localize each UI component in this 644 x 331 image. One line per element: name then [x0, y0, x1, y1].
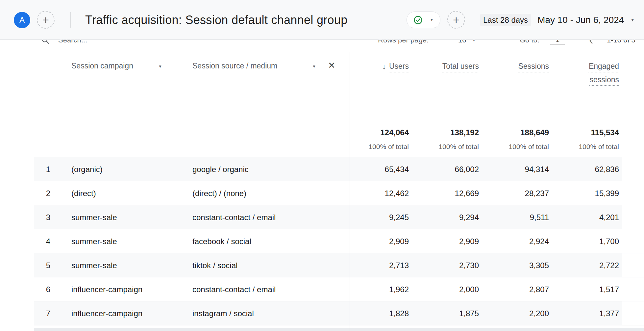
row-index: 6 [34, 277, 50, 301]
table-head-divider [34, 52, 644, 52]
cell-session-campaign: (direct) [71, 181, 96, 205]
column-header-session-source-medium[interactable]: Session source / medium [192, 62, 277, 71]
table-row: 4 summer-sale facebook / social 2,909 2,… [34, 229, 644, 253]
metric-total: 115,534100% of total [547, 128, 619, 151]
table-row: 5 summer-sale tiktok / social 2,713 2,73… [34, 253, 644, 277]
cell-total-users: 12,669 [407, 181, 479, 205]
add-segment-button[interactable]: + [447, 11, 465, 29]
avatar[interactable]: A [14, 12, 30, 28]
metric-header-label: Engaged sessions [577, 60, 619, 87]
cell-engaged-sessions: 62,836 [547, 157, 619, 181]
cell-session-campaign: (organic) [71, 157, 103, 181]
app-header: A + Traffic acquisition: Session default… [0, 0, 644, 40]
report-table-card: Search... Rows per page: 10 ▼ Go to: ‹ 1… [34, 40, 644, 331]
cell-total-users: 2,000 [407, 277, 479, 301]
cell-session-source-medium: constant-contact / email [192, 205, 276, 229]
cell-session-campaign: summer-sale [71, 253, 117, 277]
row-index: 2 [34, 181, 50, 205]
date-range-preset: Last 28 days [480, 14, 531, 26]
cell-sessions: 2,200 [477, 301, 549, 325]
cell-users: 2,713 [336, 253, 409, 277]
metric-header-label: Total users [442, 60, 479, 73]
row-index: 3 [34, 205, 50, 229]
chevron-down-icon[interactable]: ▼ [158, 64, 162, 69]
rows-per-page-label: Rows per page: [378, 40, 429, 44]
metric-total-percent: 100% of total [336, 143, 409, 151]
metric-header-label: Users [389, 60, 409, 73]
add-comparison-button[interactable]: + [37, 11, 55, 29]
cell-engaged-sessions: 15,399 [547, 181, 619, 205]
metric-total: 188,649100% of total [477, 128, 549, 151]
cell-users: 65,434 [336, 157, 409, 181]
check-circle-icon [413, 15, 423, 25]
table-body: 1 (organic) google / organic 65,434 66,0… [34, 157, 644, 325]
metric-total-percent: 100% of total [407, 143, 479, 151]
metric-total-percent: 100% of total [477, 143, 549, 151]
chevron-down-icon[interactable]: ▼ [312, 64, 316, 69]
cell-engaged-sessions: 1,377 [547, 301, 619, 325]
date-range-value: May 10 - Jun 6, 2024 [537, 15, 624, 25]
go-to-page-input[interactable] [550, 40, 565, 45]
search-icon [41, 40, 50, 44]
metric-header-total-users[interactable]: Total users [407, 60, 479, 73]
header-divider [70, 12, 71, 28]
cell-sessions: 28,237 [477, 181, 549, 205]
cell-sessions: 9,511 [477, 205, 549, 229]
table-row: 1 (organic) google / organic 65,434 66,0… [34, 157, 644, 181]
metric-header-engaged-sessions[interactable]: Engaged sessions [547, 60, 619, 87]
cell-engaged-sessions: 1,700 [547, 229, 619, 253]
cell-total-users: 9,294 [407, 205, 479, 229]
previous-page-chevron-icon[interactable]: ‹ [589, 40, 593, 46]
cell-users: 1,828 [336, 301, 409, 325]
cell-sessions: 2,807 [477, 277, 549, 301]
cell-engaged-sessions: 4,201 [547, 205, 619, 229]
row-index: 1 [34, 157, 50, 181]
page-title: Traffic acquisition: Session default cha… [85, 13, 347, 27]
cell-users: 9,245 [336, 205, 409, 229]
chevron-down-icon: ▼ [472, 40, 476, 42]
data-quality-badge[interactable]: ▼ [407, 12, 440, 28]
cell-session-campaign: influencer-campaign [71, 277, 142, 301]
metric-header-sessions[interactable]: Sessions [477, 60, 549, 73]
metric-total-value: 188,649 [477, 128, 549, 137]
metric-total: 138,192100% of total [407, 128, 479, 151]
cell-users: 1,962 [336, 277, 409, 301]
cell-total-users: 66,002 [407, 157, 479, 181]
table-row: 7 influencer-campaign instagram / social… [34, 301, 644, 325]
cell-session-source-medium: (direct) / (none) [192, 181, 246, 205]
metric-header-users[interactable]: ↓Users [336, 60, 409, 73]
cell-session-source-medium: tiktok / social [192, 253, 237, 277]
metric-total-value: 124,064 [336, 128, 409, 137]
search-placeholder: Search... [58, 40, 87, 44]
cell-sessions: 2,924 [477, 229, 549, 253]
cell-session-source-medium: instagram / social [192, 301, 254, 325]
horizontal-scrollbar[interactable] [34, 328, 644, 331]
metric-total: 124,064100% of total [336, 128, 409, 151]
cell-total-users: 2,909 [407, 229, 479, 253]
row-index: 7 [34, 301, 50, 325]
table-row: 3 summer-sale constant-contact / email 9… [34, 205, 644, 229]
date-range-selector[interactable]: Last 28 days May 10 - Jun 6, 2024 ▼ [480, 0, 634, 40]
cell-total-users: 2,730 [407, 253, 479, 277]
cell-users: 2,909 [336, 229, 409, 253]
table-row: 2 (direct) (direct) / (none) 12,462 12,6… [34, 181, 644, 205]
table-toolbar: Search... Rows per page: 10 ▼ Go to: ‹ 1… [34, 40, 644, 52]
metric-total-value: 115,534 [547, 128, 619, 137]
table-toolbar-clip: Search... Rows per page: 10 ▼ Go to: ‹ 1… [34, 40, 644, 52]
cell-session-source-medium: constant-contact / email [192, 277, 276, 301]
column-header-session-campaign[interactable]: Session campaign [71, 62, 133, 71]
cell-session-source-medium: facebook / social [192, 229, 251, 253]
cell-engaged-sessions: 1,517 [547, 277, 619, 301]
rows-per-page-value: 10 [458, 40, 466, 44]
cell-total-users: 1,875 [407, 301, 479, 325]
cell-session-campaign: influencer-campaign [71, 301, 142, 325]
cell-session-campaign: summer-sale [71, 205, 117, 229]
chevron-down-icon: ▼ [430, 18, 433, 22]
rows-per-page-select[interactable]: 10 ▼ [458, 40, 476, 44]
cell-engaged-sessions: 2,722 [547, 253, 619, 277]
metric-total-value: 138,192 [407, 128, 479, 137]
cell-sessions: 3,305 [477, 253, 549, 277]
close-icon[interactable]: ✕ [328, 60, 335, 71]
search-input[interactable]: Search... [41, 40, 87, 44]
cell-session-source-medium: google / organic [192, 157, 249, 181]
